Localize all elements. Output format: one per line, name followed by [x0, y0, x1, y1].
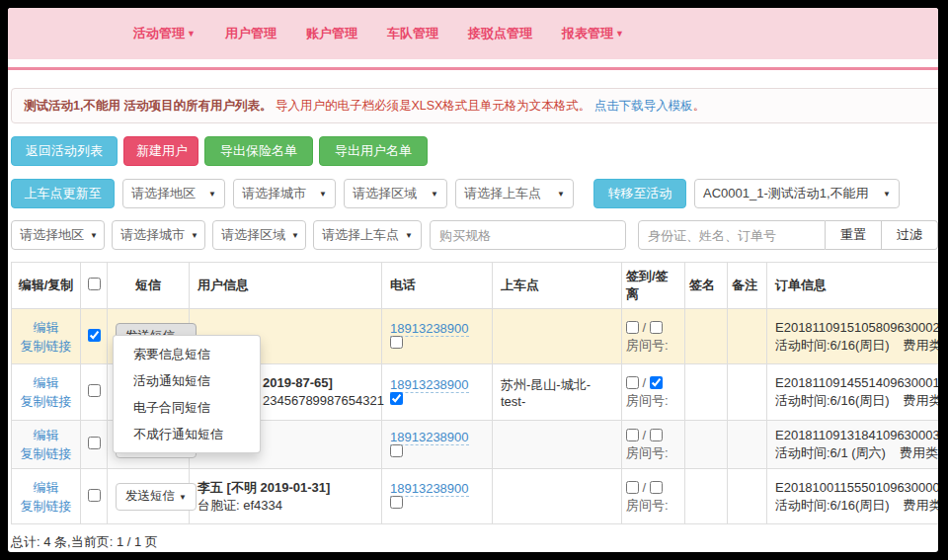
send-sms-button[interactable]: 发送短信▼ — [116, 483, 197, 511]
nav-item-account-mgmt[interactable]: 账户管理 — [291, 25, 372, 42]
sms-button-label: 发送短信 — [125, 489, 175, 503]
edit-link[interactable]: 编辑 — [14, 318, 78, 337]
phone-link[interactable]: 18913238900 — [390, 377, 469, 393]
signin-checkbox[interactable] — [626, 481, 639, 494]
nav-item-activity-mgmt[interactable]: 活动管理▼ — [118, 25, 210, 42]
chevron-down-icon: ▼ — [208, 190, 216, 199]
menu-item-trip-cancel-sms[interactable]: 不成行通知短信 — [114, 421, 260, 447]
remark-cell — [728, 421, 767, 469]
user-info-line2: 台胞证: ef4334 — [198, 497, 373, 515]
signout-checkbox[interactable] — [650, 481, 663, 494]
table-header-row: 编辑/复制 短信 用户信息 电话 上车点 签到/签离 签名 备注 订单信息 — [12, 263, 939, 309]
chevron-down-icon: ▼ — [615, 29, 624, 39]
nav-label: 账户管理 — [306, 26, 357, 40]
chevron-down-icon: ▼ — [191, 231, 198, 240]
menu-item-request-info-sms[interactable]: 索要信息短信 — [114, 341, 260, 367]
select-value: 请选择上车点 — [322, 226, 399, 244]
user-info-line2: 23456789987654321 — [263, 392, 373, 410]
row-checkbox[interactable] — [88, 489, 101, 502]
district-select[interactable]: 请选择区域▼ — [344, 179, 447, 208]
header-signature: 签名 — [685, 263, 728, 309]
order-fee-type: 费用类型 — [904, 393, 938, 408]
chevron-down-icon: ▼ — [179, 493, 187, 502]
region-select[interactable]: 请选择地区▼ — [122, 179, 225, 208]
city-select-2[interactable]: 请选择城市▼ — [112, 220, 205, 250]
remark-cell — [728, 364, 767, 421]
nav-label: 用户管理 — [225, 26, 276, 40]
nav-label: 报表管理 — [562, 26, 613, 40]
header-order-info: 订单信息 — [767, 263, 939, 309]
boarding-point-select[interactable]: 请选择上车点▼ — [455, 179, 574, 208]
chevron-down-icon: ▼ — [187, 29, 196, 39]
signout-checkbox[interactable] — [650, 429, 663, 441]
search-input[interactable] — [638, 220, 826, 250]
signin-checkbox[interactable] — [626, 429, 639, 441]
select-all-checkbox[interactable] — [88, 278, 101, 290]
sms-dropdown-menu: 索要信息短信 活动通知短信 电子合同短信 不成行通知短信 — [113, 335, 261, 453]
order-number: E20181109131841096300031 — [775, 427, 938, 444]
boarding-point-select-2[interactable]: 请选择上车点▼ — [313, 220, 422, 250]
order-fee-type: 费用类型 — [904, 338, 938, 353]
district-select-2[interactable]: 请选择区域▼ — [212, 220, 306, 250]
back-to-activities-button[interactable]: 返回活动列表 — [11, 136, 118, 166]
header-user-info: 用户信息 — [190, 263, 382, 309]
row-checkbox[interactable] — [88, 329, 101, 342]
row-checkbox[interactable] — [88, 437, 101, 449]
signout-checkbox[interactable] — [650, 321, 663, 334]
order-number: E20181001155501096300003 — [775, 479, 938, 497]
header-sms: 短信 — [108, 263, 190, 309]
edit-link[interactable]: 编辑 — [14, 426, 78, 444]
signature-cell — [685, 364, 728, 421]
new-user-button[interactable]: 新建用户 — [123, 136, 198, 166]
phone-checkbox[interactable] — [390, 444, 403, 457]
row-checkbox[interactable] — [88, 384, 101, 397]
order-activity-time: 活动时间:6/1 (周六) — [775, 445, 886, 460]
header-phone: 电话 — [382, 263, 493, 309]
header-boarding-point: 上车点 — [493, 263, 622, 309]
notice-warning: 导入用户的电子档必须是XLSX格式且单元格为文本格式。 — [276, 99, 591, 113]
signin-checkbox[interactable] — [626, 376, 639, 389]
city-select[interactable]: 请选择城市▼ — [233, 179, 336, 208]
boarding-point-cell — [493, 309, 622, 364]
update-boarding-point-button[interactable]: 上车点更新至 — [11, 179, 115, 208]
transfer-to-activity-button[interactable]: 转移至活动 — [593, 179, 686, 208]
nav-item-report-mgmt[interactable]: 报表管理▼ — [547, 25, 639, 42]
chevron-down-icon: ▼ — [90, 231, 98, 240]
nav-item-fleet-mgmt[interactable]: 车队管理 — [372, 25, 453, 42]
edit-link[interactable]: 编辑 — [14, 373, 78, 392]
signout-checkbox[interactable] — [650, 376, 663, 389]
purchase-spec-input[interactable] — [430, 220, 626, 250]
menu-item-e-contract-sms[interactable]: 电子合同短信 — [114, 394, 260, 421]
phone-checkbox[interactable] — [390, 496, 403, 509]
room-number-label: 房间号: — [626, 337, 680, 355]
chevron-down-icon: ▼ — [431, 190, 438, 199]
region-select-2[interactable]: 请选择地区▼ — [11, 220, 105, 250]
notice-period: 。 — [693, 99, 706, 113]
nav-item-shuttle-point-mgmt[interactable]: 接驳点管理 — [453, 25, 547, 42]
phone-link[interactable]: 18913238900 — [390, 321, 469, 337]
header-select-all — [81, 263, 108, 309]
reset-button[interactable]: 重置 — [826, 220, 882, 250]
filter-button[interactable]: 过滤 — [882, 220, 938, 250]
signin-checkbox[interactable] — [626, 321, 639, 334]
phone-link[interactable]: 18913238900 — [390, 481, 469, 497]
download-template-link[interactable]: 点击下载导入模板 — [594, 99, 693, 113]
copy-link[interactable]: 复制链接 — [14, 337, 78, 356]
phone-link[interactable]: 18913238900 — [390, 430, 469, 445]
nav-item-user-mgmt[interactable]: 用户管理 — [210, 25, 291, 42]
phone-checkbox[interactable] — [390, 392, 403, 405]
select-value: 请选择地区 — [20, 226, 84, 244]
export-users-button[interactable]: 导出用户名单 — [319, 136, 428, 166]
target-activity-select[interactable]: AC0001_1-测试活动1,不能用▼ — [694, 179, 900, 208]
copy-link[interactable]: 复制链接 — [14, 497, 78, 516]
edit-link[interactable]: 编辑 — [14, 478, 78, 497]
copy-link[interactable]: 复制链接 — [14, 444, 78, 463]
header-signin-signout: 签到/签离 — [622, 263, 685, 309]
export-insurance-button[interactable]: 导出保险名单 — [204, 136, 313, 166]
copy-link[interactable]: 复制链接 — [14, 392, 78, 411]
menu-item-activity-notice-sms[interactable]: 活动通知短信 — [114, 367, 260, 394]
phone-checkbox[interactable] — [390, 336, 403, 349]
boarding-point-cell — [493, 469, 622, 524]
remark-cell — [728, 309, 767, 364]
signature-cell — [685, 421, 728, 469]
